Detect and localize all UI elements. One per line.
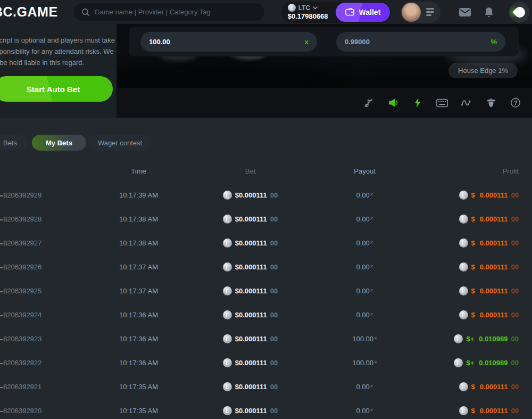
bet-payout: 0.00× [313, 407, 417, 415]
bet-profit: Ł$+0.01098900 [417, 358, 532, 367]
keyboard-icon[interactable] [436, 97, 448, 109]
music-off-icon[interactable] [363, 97, 375, 109]
ltc-coin-icon: Ł [459, 310, 468, 319]
ltc-coin-icon: Ł [454, 334, 463, 343]
bet-id: 8206392927 [0, 239, 89, 247]
bet-profit: Ł$0.00011100 [417, 191, 532, 200]
bet-profit: Ł$0.00011100 [417, 262, 532, 272]
mail-button[interactable] [459, 7, 471, 17]
game-toolbar: ? [117, 88, 532, 118]
bet-id: 8206392925 [0, 287, 89, 295]
seed-icon[interactable] [485, 97, 497, 109]
bet-amount: Ł$0.00011100 [188, 382, 313, 391]
wallet-label: Wallet [359, 8, 381, 17]
bet-amount-input[interactable] [149, 38, 305, 46]
bet-controls-panel: x % [129, 27, 519, 56]
wallet-button[interactable]: Wallet [336, 3, 390, 22]
table-row[interactable]: 8206392923 10:17:36 AM Ł$0.00011100 100.… [0, 327, 532, 351]
percent-suffix[interactable]: % [491, 38, 497, 46]
header-payout: Payout [313, 167, 417, 175]
live-stats-icon[interactable] [461, 97, 472, 109]
ltc-coin-icon: Ł [459, 239, 468, 248]
bet-amount: Ł$0.00011100 [188, 286, 313, 295]
ltc-coin-icon: Ł [223, 334, 232, 343]
currency-selector[interactable]: Ł LTC $0.17980668 [288, 4, 328, 20]
win-chance-field[interactable]: % [336, 32, 505, 52]
my-bets-table: Time Bet Payout Profit 8206392929 10:17:… [0, 159, 532, 419]
table-row[interactable]: 8206392928 10:17:38 AM Ł$0.00011100 0.00… [0, 207, 532, 231]
bet-amount-field[interactable]: x [140, 32, 317, 52]
bet-profit: Ł$+0.01098900 [417, 334, 532, 343]
bet-payout: 0.00× [313, 287, 417, 295]
chat-button[interactable] [510, 2, 529, 23]
bet-time: 10:17:35 AM [89, 383, 188, 391]
bet-amount: Ł$0.00011100 [188, 239, 313, 248]
bet-id: 8206392924 [0, 311, 89, 319]
header-profit: Profit [417, 167, 532, 175]
game-canvas: x % House Edge 1% [117, 24, 532, 118]
search-placeholder: Game name | Provider | Category Tag [95, 8, 211, 16]
notifications-button[interactable] [484, 7, 494, 18]
bet-profit: Ł$0.00011100 [417, 239, 532, 248]
svg-text:?: ? [514, 100, 518, 106]
bets-tabs: Bets My Bets Wager contest [0, 135, 532, 151]
table-row[interactable]: 8206392920 10:17:35 AM Ł$0.00011100 0.00… [0, 399, 532, 419]
header-time: Time [89, 167, 188, 175]
bet-payout: 0.00× [313, 215, 417, 223]
table-row[interactable]: 8206392922 10:17:36 AM Ł$0.00011100 100.… [0, 351, 532, 375]
table-row[interactable]: 8206392921 10:17:35 AM Ł$0.00011100 0.00… [0, 375, 532, 399]
house-edge-badge: House Edge 1% [448, 63, 518, 78]
ltc-coin-icon: Ł [459, 406, 468, 415]
bet-time: 10:17:36 AM [89, 359, 188, 367]
ltc-coin-icon: Ł [223, 262, 232, 272]
ltc-coin-icon: Ł [459, 215, 468, 224]
bet-id: 8206392926 [0, 263, 89, 271]
bolt-icon[interactable] [412, 97, 423, 109]
balance-wallet-group: Ł LTC $0.17980668 Wallet [281, 2, 392, 23]
chat-icon [512, 4, 527, 19]
bet-payout: 100.00× [313, 335, 417, 343]
bet-amount: Ł$0.00011100 [188, 215, 313, 224]
ltc-coin-icon: Ł [459, 286, 468, 295]
bet-time: 10:17:36 AM [89, 335, 188, 343]
help-icon[interactable]: ? [510, 97, 521, 109]
bet-time: 10:17:35 AM [89, 407, 188, 415]
win-chance-input[interactable] [345, 38, 491, 46]
bet-payout: 0.00× [313, 191, 417, 199]
search-input[interactable]: Game name | Provider | Category Tag [74, 3, 264, 21]
bet-amount: Ł$0.00011100 [188, 310, 313, 319]
ltc-coin-icon: Ł [454, 358, 463, 367]
bet-amount: Ł$0.00011100 [188, 262, 313, 272]
bet-time: 10:17:37 AM [89, 263, 188, 271]
ltc-coin-icon: Ł [223, 382, 232, 391]
ltc-coin-icon: Ł [223, 286, 232, 295]
table-row[interactable]: 8206392927 10:17:38 AM Ł$0.00011100 0.00… [0, 231, 532, 255]
bet-time: 10:17:39 AM [89, 191, 188, 199]
start-auto-bet-button[interactable]: Start Auto Bet [0, 76, 113, 102]
balance-amount: $0.17980668 [288, 12, 328, 20]
multiplier-suffix[interactable]: x [305, 38, 309, 46]
bet-id: 8206392920 [0, 407, 89, 415]
bet-time: 10:17:37 AM [89, 287, 188, 295]
wallet-icon [345, 8, 355, 16]
table-row[interactable]: 8206392929 10:17:39 AM Ł$0.00011100 0.00… [0, 183, 532, 207]
tab-all-bets[interactable]: Bets [0, 135, 28, 151]
tab-wager-contest[interactable]: Wager contest [87, 135, 153, 151]
game-section: script is optional and players must take… [0, 24, 532, 118]
bcgame-logo[interactable]: BC.GAME [0, 4, 58, 20]
bet-amount: Ł$0.00011100 [188, 406, 313, 415]
bet-profit: Ł$0.00011100 [417, 406, 532, 415]
ltc-coin-icon: Ł [223, 406, 232, 415]
ltc-coin-icon: Ł [459, 382, 468, 391]
profile-menu-icon[interactable] [426, 8, 434, 16]
avatar[interactable] [402, 3, 421, 22]
bet-profit: Ł$0.00011100 [417, 382, 532, 391]
bet-amount: Ł$0.00011100 [188, 334, 313, 343]
table-row[interactable]: 8206392926 10:17:37 AM Ł$0.00011100 0.00… [0, 255, 532, 279]
sound-icon[interactable] [387, 97, 399, 109]
tab-my-bets[interactable]: My Bets [32, 135, 86, 151]
bet-profit: Ł$0.00011100 [417, 286, 532, 295]
bet-id: 8206392929 [0, 191, 89, 199]
table-row[interactable]: 8206392924 10:17:36 AM Ł$0.00011100 0.00… [0, 303, 532, 327]
table-row[interactable]: 8206392925 10:17:37 AM Ł$0.00011100 0.00… [0, 279, 532, 303]
